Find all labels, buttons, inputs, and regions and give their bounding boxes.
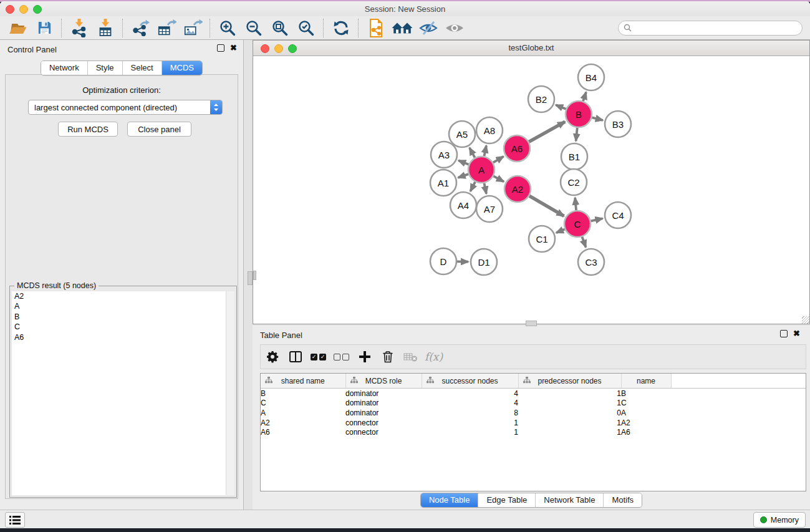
table-cell[interactable]: 8 bbox=[422, 408, 518, 418]
export-network-button[interactable] bbox=[127, 18, 153, 38]
column-header-name[interactable]: name bbox=[621, 374, 671, 389]
function-builder-button[interactable]: f(x) bbox=[422, 346, 445, 367]
table-cell[interactable]: 0 bbox=[518, 408, 621, 418]
table-cell[interactable]: B bbox=[621, 389, 671, 399]
table-row[interactable]: Bdominator41B bbox=[261, 389, 806, 399]
table-cell[interactable]: B bbox=[261, 389, 345, 399]
close-panel-button[interactable]: Close panel bbox=[127, 122, 191, 137]
tab-motifs[interactable]: Motifs bbox=[603, 493, 642, 507]
export-table-button[interactable] bbox=[153, 18, 180, 38]
table-cell[interactable]: 1 bbox=[422, 418, 518, 428]
new-network-from-file-button[interactable] bbox=[363, 18, 389, 38]
graph-edge-A6-B[interactable] bbox=[529, 122, 565, 142]
delete-column-button[interactable] bbox=[376, 346, 399, 367]
canvas-bottom-handle[interactable] bbox=[526, 321, 537, 326]
close-panel-icon[interactable]: ✖ bbox=[230, 44, 237, 52]
table-cell[interactable]: C bbox=[621, 399, 671, 409]
table-cell[interactable]: 1 bbox=[518, 427, 621, 437]
table-cell[interactable]: connector bbox=[345, 427, 422, 437]
criterion-dropdown[interactable]: largest connected component (directed) bbox=[28, 100, 223, 115]
column-header-shared-name[interactable]: shared name bbox=[261, 374, 345, 389]
canvas-left-handle[interactable] bbox=[253, 271, 256, 280]
table-cell[interactable]: 1 bbox=[518, 399, 621, 409]
tab-mcds[interactable]: MCDS bbox=[162, 61, 202, 75]
graph-edge-A-A1[interactable] bbox=[458, 174, 469, 178]
graph-edge-C-C4[interactable] bbox=[591, 218, 603, 221]
memory-button[interactable]: Memory bbox=[753, 512, 806, 528]
table-cell[interactable]: 1 bbox=[422, 427, 518, 437]
graph-edge-B-B3[interactable] bbox=[592, 117, 602, 120]
table-cell[interactable]: A2 bbox=[261, 418, 345, 428]
table-cell[interactable]: dominator bbox=[345, 408, 422, 418]
tab-edge-table[interactable]: Edge Table bbox=[478, 493, 535, 507]
column-header-predecessor-nodes[interactable]: predecessor nodes bbox=[518, 374, 621, 389]
import-table-button[interactable] bbox=[92, 18, 118, 38]
result-scrollbar[interactable] bbox=[226, 291, 234, 495]
delete-table-button[interactable] bbox=[399, 346, 422, 367]
tab-node-table[interactable]: Node Table bbox=[421, 493, 478, 507]
column-header-MCDS-role[interactable]: MCDS role bbox=[345, 374, 422, 389]
hide-graphics-details-button[interactable] bbox=[415, 18, 441, 38]
select-all-button[interactable]: ✓✓ bbox=[307, 346, 330, 367]
graph-edge-C-C2[interactable] bbox=[575, 198, 576, 210]
column-header-successor-nodes[interactable]: successor nodes bbox=[422, 374, 518, 389]
table-cell[interactable]: 4 bbox=[422, 399, 518, 409]
export-image-button[interactable] bbox=[180, 18, 206, 38]
table-cell[interactable]: 1 bbox=[518, 418, 621, 428]
tab-select[interactable]: Select bbox=[122, 61, 162, 75]
table-cell[interactable]: A bbox=[621, 408, 671, 418]
graph-edge-A2-C[interactable] bbox=[529, 196, 564, 216]
tab-network-table[interactable]: Network Table bbox=[535, 493, 603, 507]
zoom-in-button[interactable] bbox=[215, 18, 241, 38]
deselect-all-button[interactable] bbox=[330, 346, 353, 367]
graph-edge-A-A5[interactable] bbox=[470, 148, 475, 158]
tab-network[interactable]: Network bbox=[41, 61, 87, 75]
table-cell[interactable]: dominator bbox=[345, 389, 422, 399]
graph-edge-B-B2[interactable] bbox=[556, 105, 566, 109]
show-graphics-details-button[interactable] bbox=[441, 18, 468, 38]
import-network-button[interactable] bbox=[66, 18, 92, 38]
zoom-fit-button[interactable] bbox=[267, 18, 293, 38]
table-row[interactable]: Adominator80A bbox=[261, 408, 806, 418]
graph-edge-C-C1[interactable] bbox=[556, 230, 565, 233]
graph-edge-B-B4[interactable] bbox=[583, 92, 586, 101]
close-table-panel-icon[interactable]: ✖ bbox=[793, 330, 800, 337]
apply-layout-button[interactable] bbox=[328, 18, 354, 38]
zoom-out-button[interactable] bbox=[241, 18, 267, 38]
table-cell[interactable]: A bbox=[261, 408, 345, 418]
table-cell[interactable]: C bbox=[261, 399, 345, 409]
mcds-result-list[interactable]: A2ABCA6 bbox=[12, 291, 234, 495]
graph-edge-A-A3[interactable] bbox=[458, 160, 468, 165]
open-file-button[interactable] bbox=[5, 18, 31, 38]
run-mcds-button[interactable]: Run MCDS bbox=[58, 122, 118, 137]
show-column-panel-button[interactable] bbox=[284, 346, 307, 367]
splitter-handle[interactable] bbox=[248, 271, 253, 285]
task-history-button[interactable] bbox=[5, 512, 25, 528]
panel-splitter[interactable] bbox=[244, 40, 253, 510]
network-canvas[interactable]: B4B2B3A5A8A3B1A1C2A4A7C4C1C3DD1BA6AA2C bbox=[253, 56, 809, 324]
table-cell[interactable]: dominator bbox=[345, 399, 422, 409]
table-row[interactable]: Cdominator41C bbox=[261, 399, 806, 409]
tab-style[interactable]: Style bbox=[87, 61, 122, 75]
search-input[interactable] bbox=[635, 23, 797, 33]
float-table-panel-icon[interactable] bbox=[780, 330, 788, 337]
graph-edge-A-A8[interactable] bbox=[484, 145, 486, 156]
table-cell[interactable]: 4 bbox=[422, 389, 518, 399]
table-cell[interactable]: connector bbox=[345, 418, 422, 428]
graph-edge-B-B1[interactable] bbox=[576, 128, 577, 141]
table-cell[interactable]: A2 bbox=[621, 418, 671, 428]
search-field[interactable] bbox=[618, 21, 803, 36]
float-panel-icon[interactable] bbox=[217, 44, 224, 52]
graph-edge-C-C3[interactable] bbox=[582, 237, 586, 248]
table-cell[interactable]: A6 bbox=[621, 427, 671, 437]
graph-edge-A-A4[interactable] bbox=[470, 182, 475, 191]
table-settings-button[interactable] bbox=[261, 346, 284, 367]
table-row[interactable]: A6connector11A6 bbox=[261, 427, 806, 437]
graph-edge-A-A7[interactable] bbox=[484, 183, 486, 194]
graph-edge-A-A2[interactable] bbox=[493, 176, 504, 181]
table-cell[interactable]: A6 bbox=[261, 427, 345, 437]
table-row[interactable]: A2connector11A2 bbox=[261, 418, 806, 428]
zoom-selected-button[interactable] bbox=[293, 18, 319, 38]
resize-grip-icon[interactable] bbox=[802, 316, 809, 324]
save-session-button[interactable] bbox=[31, 18, 57, 38]
